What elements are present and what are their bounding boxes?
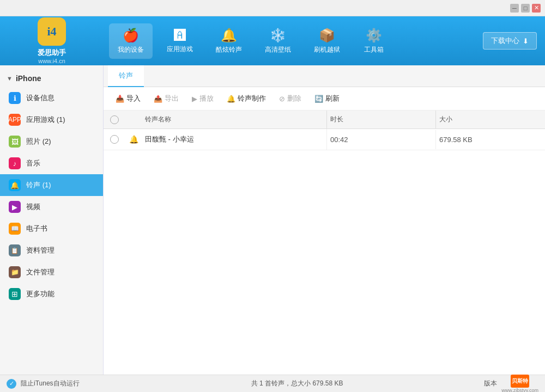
apple-icon: 🍎 [123, 28, 139, 43]
nav-wallpaper-label: 高清壁纸 [265, 45, 291, 54]
export-button[interactable]: 📤 导出 [148, 91, 184, 106]
data-icon: 📋 [9, 244, 21, 256]
nav-ringtones-label: 酷炫铃声 [216, 45, 242, 54]
play-label: 播放 [199, 94, 214, 103]
device-name: iPhone [16, 74, 41, 83]
nav-jailbreak[interactable]: 📦 刷机越狱 [305, 23, 349, 59]
export-icon: 📤 [154, 95, 162, 103]
sidebar-ringtones-label: 铃声 (1) [26, 180, 51, 190]
sidebar-item-device-info[interactable]: ℹ 设备信息 [0, 87, 103, 109]
minimize-button[interactable]: ─ [510, 4, 519, 13]
th-name: 铃声名称 [142, 111, 327, 128]
maximize-button[interactable]: □ [521, 4, 530, 13]
download-center-button[interactable]: 下载中心 ⬇ [483, 32, 537, 50]
nav-jailbreak-label: 刷机越狱 [314, 45, 340, 54]
more-icon: ⊞ [9, 288, 21, 300]
sidebar-device: ▼ iPhone [0, 70, 103, 87]
sidebar-more-label: 更多功能 [26, 289, 55, 299]
delete-circle-icon: ⊘ [279, 95, 285, 103]
import-label: 导入 [126, 94, 141, 103]
nav-ringtones[interactable]: 🔔 酷炫铃声 [207, 23, 251, 59]
nav-apps-label: 应用游戏 [167, 45, 193, 54]
sidebar-item-data-mgmt[interactable]: 📋 资料管理 [0, 240, 103, 261]
statusbar-right: 版本 贝斯特 www.zjbstyy.com [484, 375, 538, 393]
ebook-icon: 📖 [9, 223, 21, 235]
statusbar: ✓ 阻止iTunes自动运行 共 1 首铃声，总大小 679.58 KB 版本 … [0, 375, 545, 392]
play-icon: ▶ [192, 95, 197, 103]
refresh-label: 刷新 [325, 94, 340, 103]
row-ring-icon: 🔔 [125, 135, 142, 144]
row-duration: 00:42 [327, 130, 436, 149]
table-area: 铃声名称 时长 大小 🔔 田馥甄 - 小幸运 00:42 679.58 KB [104, 111, 545, 375]
download-arrow-icon: ⬇ [523, 37, 529, 45]
file-icon: 📁 [9, 266, 21, 278]
refresh-icon: 🔄 [314, 95, 323, 103]
delete-label: 删除 [287, 94, 301, 103]
statusbar-mid: 共 1 首铃声，总大小 679.58 KB [110, 379, 484, 388]
header-check-icon [110, 115, 119, 124]
download-label: 下载中心 [491, 36, 519, 46]
sidebar-item-more[interactable]: ⊞ 更多功能 [0, 283, 103, 305]
main: ▼ iPhone ℹ 设备信息 APP 应用游戏 (1) 🖼 照片 (2) ♪ … [0, 65, 545, 375]
sidebar-item-music[interactable]: ♪ 音乐 [0, 152, 103, 174]
nav-my-device[interactable]: 🍎 我的设备 [109, 23, 153, 59]
refresh-button[interactable]: 🔄 刷新 [309, 91, 345, 106]
th-checkbox [104, 111, 125, 128]
sidebar-item-apps[interactable]: APP 应用游戏 (1) [0, 109, 103, 131]
toolbar: 📥 导入 📤 导出 ▶ 播放 🔔 铃声制作 ⊘ 删除 🔄 刷新 [104, 87, 545, 111]
nav-tools-label: 工具箱 [364, 45, 384, 54]
statusbar-left: ✓ 阻止iTunes自动运行 [7, 379, 110, 389]
table-header: 铃声名称 时长 大小 [104, 111, 545, 129]
snowflake-icon: ❄️ [270, 28, 286, 43]
sidebar-item-video[interactable]: ▶ 视频 [0, 196, 103, 218]
beiste-logo: 贝斯特 www.zjbstyy.com [501, 375, 538, 393]
th-duration: 时长 [327, 111, 436, 128]
sidebar-data-mgmt-label: 资料管理 [26, 246, 55, 255]
status-check-icon: ✓ [7, 379, 16, 389]
header-right: 下载中心 ⬇ [474, 32, 545, 50]
th-size: 大小 [436, 111, 545, 128]
close-button[interactable]: ✕ [532, 4, 541, 13]
content-area: 铃声 📥 导入 📤 导出 ▶ 播放 🔔 铃声制作 ⊘ 删除 [104, 65, 545, 375]
import-button[interactable]: 📥 导入 [110, 91, 146, 106]
row-name: 田馥甄 - 小幸运 [142, 129, 327, 150]
box-icon: 📦 [319, 28, 335, 43]
bell-nav-icon: 🔔 [221, 28, 237, 43]
import-icon: 📥 [116, 95, 124, 103]
make-label: 铃声制作 [238, 94, 266, 103]
sidebar-item-ringtones[interactable]: 🔔 铃声 (1) [0, 174, 103, 196]
photo-icon: 🖼 [9, 136, 21, 148]
sidebar-photos-label: 照片 (2) [26, 137, 51, 146]
make-icon: 🔔 [227, 95, 235, 103]
sidebar-music-label: 音乐 [26, 158, 40, 168]
music-icon: ♪ [9, 157, 21, 169]
statusbar-left-label: 阻止iTunes自动运行 [21, 379, 80, 388]
row-checkbox[interactable] [104, 131, 125, 148]
header: i4 爱思助手 www.i4.cn 🍎 我的设备 🅰 应用游戏 🔔 酷炫铃声 ❄… [0, 16, 545, 65]
nav-area: 🍎 我的设备 🅰 应用游戏 🔔 酷炫铃声 ❄️ 高清壁纸 📦 刷机越狱 ⚙️ 工… [104, 23, 474, 59]
sidebar-item-file-mgmt[interactable]: 📁 文件管理 [0, 261, 103, 283]
app-store-icon: 🅰 [174, 28, 186, 42]
nav-wallpaper[interactable]: ❄️ 高清壁纸 [256, 23, 300, 59]
play-button[interactable]: ▶ 播放 [186, 91, 219, 106]
sidebar-file-mgmt-label: 文件管理 [26, 267, 55, 277]
logo-area: i4 爱思助手 www.i4.cn [0, 12, 104, 70]
beiste-logo-icon: 贝斯特 [511, 375, 529, 388]
sidebar-apps-label: 应用游戏 (1) [26, 115, 65, 125]
info-icon: ℹ [9, 92, 21, 104]
video-icon: ▶ [9, 201, 21, 213]
ring-entry-icon: 🔔 [129, 135, 138, 144]
logo-url: www.i4.cn [38, 58, 65, 64]
delete-button[interactable]: ⊘ 删除 [274, 91, 307, 106]
table-row[interactable]: 🔔 田馥甄 - 小幸运 00:42 679.58 KB [104, 129, 545, 150]
nav-apps[interactable]: 🅰 应用游戏 [158, 24, 202, 58]
sidebar: ▼ iPhone ℹ 设备信息 APP 应用游戏 (1) 🖼 照片 (2) ♪ … [0, 65, 104, 375]
beiste-url: www.zjbstyy.com [501, 388, 538, 393]
tab-ringtone[interactable]: 铃声 [108, 65, 144, 87]
sidebar-item-photos[interactable]: 🖼 照片 (2) [0, 131, 103, 152]
make-ringtone-button[interactable]: 🔔 铃声制作 [221, 91, 271, 106]
sidebar-item-ebook[interactable]: 📖 电子书 [0, 218, 103, 240]
tab-bar: 铃声 [104, 65, 545, 87]
device-arrow-icon: ▼ [7, 75, 13, 82]
nav-tools[interactable]: ⚙️ 工具箱 [354, 23, 393, 59]
